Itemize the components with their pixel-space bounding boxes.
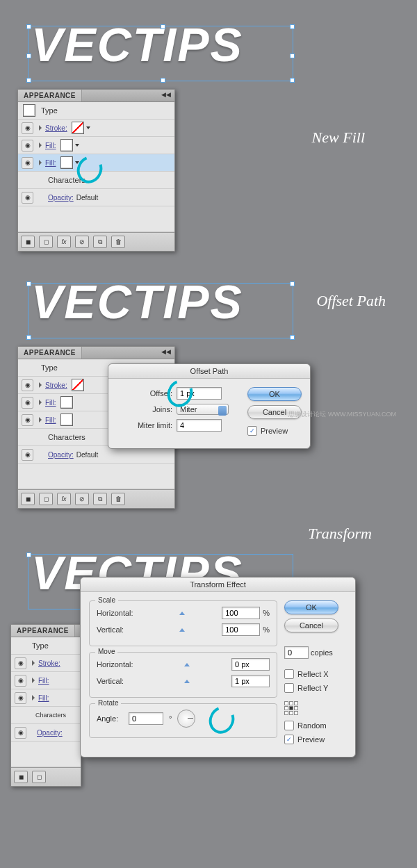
visibility-icon[interactable]: ◉ [22,192,33,204]
scale-h-input[interactable] [222,607,260,619]
new-fill-button[interactable]: ◼ [21,236,35,248]
ok-button[interactable]: OK [284,600,338,614]
fill-row-1[interactable]: ◉Fill: [18,137,174,154]
clear-button[interactable]: ⊘ [75,493,89,505]
fill-row-2-selected[interactable]: ◉Fill: [18,154,174,172]
miter-label: Miter limit: [117,421,172,429]
visibility-icon[interactable]: ◉ [22,122,33,134]
appearance-panel-1: APPEARANCE ◀◀ Type ◉Stroke: ◉Fill: ◉Fill… [17,89,175,252]
delete-button[interactable]: 🗑 [111,493,125,505]
duplicate-button[interactable]: ⧉ [93,236,107,248]
delete-button[interactable]: 🗑 [111,236,125,248]
preview-label: Preview [261,427,288,435]
new-fill-button[interactable]: ◼ [14,771,28,783]
visibility-icon[interactable]: ◉ [22,140,33,152]
fill-label: Fill: [45,159,56,167]
joins-label: Joins: [117,405,172,413]
panel-header: APPEARANCE ◀◀ [18,90,174,102]
offset-path-dialog: Offset Path Offset: Joins:Miter Miter li… [108,363,311,449]
offset-input[interactable] [177,387,222,400]
dialog-title: Offset Path [108,364,310,379]
expand-icon[interactable] [39,142,42,148]
preview-checkbox[interactable]: ✓ [247,426,257,436]
vectips-text-1: VECTIPS [31,17,243,72]
angle-input[interactable] [129,712,163,725]
annotation-transform: Transform [308,525,372,543]
fill-swatch[interactable] [60,156,73,169]
panel-menu-chevron[interactable]: ◀◀ [158,90,174,101]
panel-spacer [18,206,174,232]
new-fill-button[interactable]: ◼ [21,493,35,505]
appearance-tab[interactable]: APPEARANCE [18,347,82,359]
dialog-title: Transform Effect [81,578,355,592]
reflecty-checkbox[interactable] [284,683,294,693]
watermark: 思缘设计论坛 WWW.MISSYUAN.COM [288,410,396,419]
dropdown-icon[interactable] [75,161,79,164]
miter-input[interactable] [177,419,222,432]
opacity-value: Default [76,194,99,202]
characters-label: Characters [48,176,85,184]
type-row[interactable]: Type [18,102,174,120]
cancel-button[interactable]: Cancel [284,619,338,632]
offset-label: Offset: [117,389,172,398]
copies-input[interactable] [284,646,309,659]
annotation-new-fill: New Fill [312,129,365,147]
origin-grid[interactable] [284,701,298,715]
rotate-fieldset: Rotate Angle:° [89,703,277,738]
characters-row[interactable]: Characters [18,172,174,189]
move-v-input[interactable] [231,675,270,687]
ok-button[interactable]: OK [247,387,302,401]
scale-v-input[interactable] [222,623,260,636]
clear-button[interactable]: ⊘ [75,236,89,248]
fill-swatch[interactable] [60,139,73,152]
appearance-tab[interactable]: APPEARANCE [11,625,75,637]
reflectx-checkbox[interactable] [284,669,294,679]
panel-footer: ◼ ◻ fx ⊘ ⧉ 🗑 [18,232,174,251]
fx-button[interactable]: fx [57,493,71,505]
new-stroke-button[interactable]: ◻ [39,236,53,248]
vectips-text-2: VECTIPS [31,275,243,329]
appearance-panel-3: APPEARANCE Type ◉Stroke: ◉Fill: ◉Fill: C… [10,624,81,787]
duplicate-button[interactable]: ⧉ [93,493,107,505]
preview-checkbox[interactable]: ✓ [284,735,294,744]
new-stroke-button[interactable]: ◻ [39,493,53,505]
appearance-tab[interactable]: APPEARANCE [18,90,82,101]
opacity-row[interactable]: ◉Opacity:Default [18,189,174,206]
visibility-icon[interactable]: ◉ [22,157,33,169]
stroke-row[interactable]: ◉Stroke: [18,120,174,137]
dropdown-icon[interactable] [75,144,79,147]
new-stroke-button[interactable]: ◻ [32,771,46,783]
panel-menu-chevron[interactable]: ◀◀ [158,347,174,359]
scale-fieldset: Scale Horizontal:% Vertical:% [89,600,277,646]
move-fieldset: Move Horizontal: Vertical: [89,652,277,698]
move-h-input[interactable] [231,658,270,671]
stroke-label: Stroke: [45,124,67,132]
expand-icon[interactable] [39,160,42,165]
angle-knob[interactable] [177,710,195,728]
type-label: Type [41,106,58,115]
transform-dialog: Transform Effect Scale Horizontal:% Vert… [80,577,356,758]
random-checkbox[interactable] [284,721,294,730]
expand-icon[interactable] [39,125,42,131]
opacity-label: Opacity: [48,194,74,202]
dropdown-icon[interactable] [86,126,90,129]
stroke-swatch-none[interactable] [72,122,84,134]
fx-button[interactable]: fx [57,236,71,248]
fill-label: Fill: [45,142,56,149]
joins-select[interactable]: Miter [177,404,229,415]
annotation-offset-path: Offset Path [316,292,386,310]
